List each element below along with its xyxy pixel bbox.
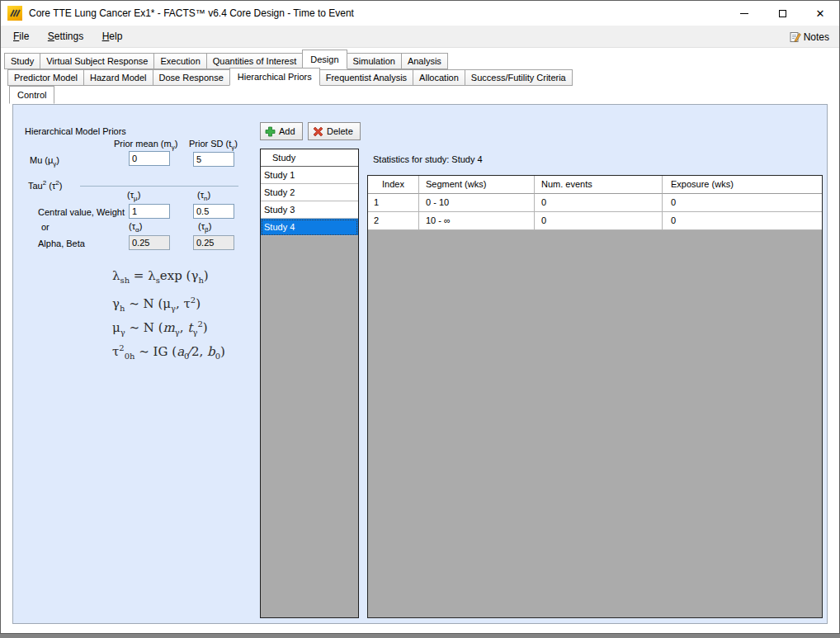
cell-num-events: 0	[535, 212, 663, 230]
cell-index: 1	[368, 194, 419, 212]
study-list-item-selected[interactable]: Study 4	[261, 219, 358, 236]
tab-design[interactable]: Design	[302, 50, 347, 69]
minimize-icon	[740, 13, 748, 14]
study-list-item[interactable]: Study 2	[261, 184, 358, 201]
delete-study-button[interactable]: Delete	[308, 122, 361, 140]
tau-central-value-input[interactable]	[129, 204, 170, 219]
mu-prior-sd-input[interactable]	[193, 152, 234, 167]
study-list-item[interactable]: Study 3	[261, 201, 358, 219]
tab-predictor-model[interactable]: Predictor Model	[7, 69, 84, 86]
maximize-button[interactable]	[763, 1, 801, 26]
cell-segment: 0 - 10	[419, 194, 535, 212]
cell-num-events: 0	[535, 194, 663, 212]
study-list-item[interactable]: Study 1	[261, 167, 358, 184]
tab-hierarchical-priors[interactable]: Hierarchical Priors	[229, 68, 320, 86]
tau-mu-subheader: (τμ)	[127, 190, 140, 202]
tab-hazard-model[interactable]: Hazard Model	[83, 69, 153, 86]
tab-simulation[interactable]: Simulation	[347, 53, 402, 69]
delete-button-label: Delete	[327, 126, 353, 136]
control-tab-strip: Control	[9, 86, 54, 104]
grid-header-row: Index Segment (wks) Num. events Exposure…	[368, 176, 822, 194]
menu-file[interactable]: File	[6, 26, 36, 48]
tau-n-subheader: (τn)	[197, 190, 210, 202]
cell-segment: 10 - ∞	[419, 212, 535, 230]
notes-icon	[789, 31, 801, 43]
app-window: Core TTE Lung Cancer Ex1* - FACTS™ v6.4 …	[0, 0, 840, 634]
tau-beta-subheader: (τβ)	[198, 221, 211, 234]
tab-control[interactable]: Control	[9, 86, 54, 104]
tab-success-futility-criteria[interactable]: Success/Futility Criteria	[465, 69, 573, 86]
alpha-beta-label: Alpha, Beta	[38, 239, 85, 248]
grid-row: 2 10 - ∞ 0 0	[368, 212, 822, 230]
tau-beta-input	[193, 235, 234, 250]
priors-section-title: Hierarchical Model Priors	[25, 126, 126, 136]
prior-mean-column-header: Prior mean (mγ)	[114, 139, 177, 151]
notes-label: Notes	[804, 31, 829, 43]
tab-frequentist-analysis[interactable]: Frequentist Analysis	[319, 69, 413, 86]
formula-tau: τ20h ∼ IG (a0⁄2, b0)	[112, 336, 269, 360]
or-label: or	[41, 222, 50, 232]
column-header-index: Index	[368, 176, 419, 194]
central-value-weight-label: Central value, Weight	[38, 207, 125, 217]
tab-study[interactable]: Study	[4, 53, 40, 69]
formula-lambda: λsh = λsexp (γh)	[112, 264, 269, 288]
tau-alpha-subheader: (τα)	[129, 221, 142, 234]
add-button-label: Add	[279, 126, 295, 136]
add-plus-icon	[265, 126, 276, 137]
prior-sd-column-header: Prior SD (tγ)	[189, 139, 238, 151]
tab-virtual-subject-response[interactable]: Virtual Subject Response	[40, 53, 154, 69]
column-header-num-events: Num. events	[535, 176, 663, 194]
menu-settings[interactable]: Settings	[40, 26, 91, 48]
mu-prior-mean-input[interactable]	[129, 151, 170, 166]
formula-mu: μγ ∼ N (mγ, tγ2)	[112, 312, 269, 336]
design-tab-strip: Predictor Model Hazard Model Dose Respon…	[7, 68, 572, 86]
tau-section-divider	[80, 186, 238, 187]
facts-logo-icon	[7, 6, 22, 21]
model-formulas: λsh = λsexp (γh) γh ∼ N (μγ, τ2) μγ ∼ N …	[112, 264, 269, 360]
cell-exposure: 0	[663, 212, 822, 230]
main-tab-strip: Study Virtual Subject Response Execution…	[4, 50, 447, 69]
cell-exposure: 0	[663, 194, 822, 212]
title-bar: Core TTE Lung Cancer Ex1* - FACTS™ v6.4 …	[1, 1, 839, 26]
tau-section-label: Tau2 (τ2)	[28, 179, 62, 191]
tab-quantities-of-interest[interactable]: Quantities of Interest	[206, 53, 304, 69]
mu-label: Mu (μγ)	[30, 155, 59, 168]
statistics-grid: Index Segment (wks) Num. events Exposure…	[367, 175, 823, 618]
notes-button[interactable]: Notes	[786, 28, 833, 45]
column-header-segment: Segment (wks)	[419, 176, 535, 194]
window-title: Core TTE Lung Cancer Ex1* - FACTS™ v6.4 …	[29, 1, 354, 26]
tab-dose-response[interactable]: Dose Response	[153, 69, 230, 86]
tab-allocation[interactable]: Allocation	[413, 69, 465, 86]
column-header-exposure: Exposure (wks)	[663, 176, 822, 194]
tab-analysis[interactable]: Analysis	[401, 53, 448, 69]
menu-help[interactable]: Help	[95, 26, 130, 48]
statistics-title: Statistics for study: Study 4	[373, 154, 483, 164]
close-button[interactable]: ✕	[801, 1, 839, 26]
maximize-icon	[779, 10, 786, 17]
menu-bar: File Settings Help Notes	[1, 26, 839, 48]
study-list-header: Study	[261, 149, 358, 167]
tau-weight-input[interactable]	[193, 204, 234, 219]
formula-gamma: γh ∼ N (μγ, τ2)	[112, 288, 269, 312]
tau-alpha-input	[129, 235, 170, 250]
close-icon: ✕	[816, 8, 825, 19]
grid-row: 1 0 - 10 0 0	[368, 194, 822, 212]
cell-index: 2	[368, 212, 419, 230]
study-list: Study Study 1 Study 2 Study 3 Study 4	[260, 149, 359, 618]
delete-x-icon	[313, 126, 323, 137]
taskbar-edge	[0, 634, 840, 638]
add-study-button[interactable]: Add	[260, 122, 303, 140]
hierarchical-priors-panel: Hierarchical Model Priors Prior mean (mγ…	[12, 104, 828, 624]
minimize-button[interactable]	[725, 1, 763, 26]
tab-execution[interactable]: Execution	[153, 53, 206, 69]
